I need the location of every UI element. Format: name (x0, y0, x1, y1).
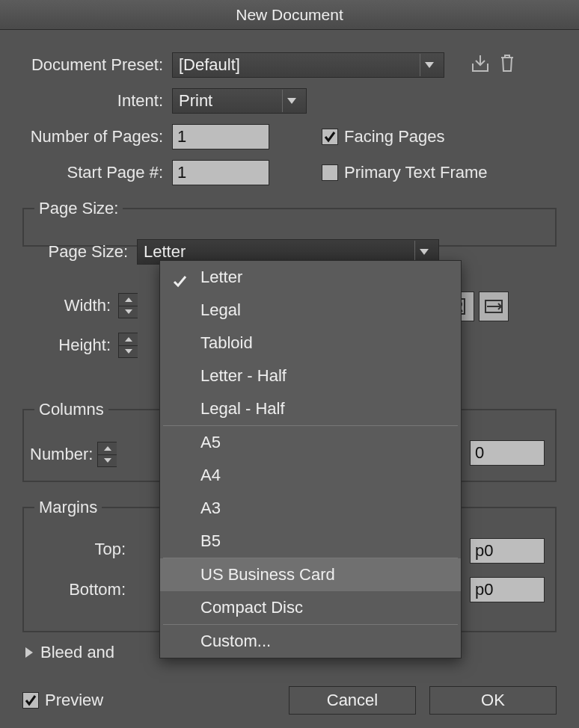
preview-checkbox[interactable] (22, 692, 39, 709)
svg-marker-2 (420, 249, 429, 255)
preview-label: Preview (45, 691, 103, 710)
menu-item-legal-half[interactable]: Legal - Half (160, 392, 461, 425)
columns-number-stepper[interactable] (97, 442, 117, 467)
svg-marker-1 (287, 98, 296, 104)
menu-item-us-business-card[interactable]: US Business Card (160, 558, 461, 591)
menu-item-legal[interactable]: Legal (160, 294, 461, 327)
menu-item-b5[interactable]: B5 (160, 525, 461, 558)
facing-pages-checkbox[interactable] (322, 129, 338, 145)
svg-marker-3 (125, 297, 132, 302)
document-preset-label: Document Preset: (22, 55, 172, 75)
page-size-value: Letter (144, 242, 186, 262)
menu-item-a5[interactable]: A5 (160, 426, 461, 459)
disclosure-triangle-icon[interactable] (25, 643, 40, 662)
trash-icon[interactable] (498, 53, 516, 77)
facing-pages-label: Facing Pages (344, 127, 445, 146)
menu-item-custom[interactable]: Custom... (160, 625, 461, 658)
page-size-label: Page Size: (45, 242, 137, 262)
page-size-menu: Letter Legal Tabloid Letter - Half Legal… (159, 260, 462, 658)
svg-marker-12 (25, 647, 33, 658)
width-label: Width: (55, 296, 118, 315)
start-page-label: Start Page #: (22, 163, 172, 182)
document-preset-value: [Default] (179, 55, 240, 75)
width-stepper[interactable] (118, 293, 138, 318)
height-stepper[interactable] (118, 333, 138, 358)
margins-legend: Margins (34, 498, 102, 517)
save-preset-icon[interactable] (470, 53, 491, 77)
ok-button[interactable]: OK (429, 686, 557, 715)
dialog-title: New Document (0, 0, 579, 30)
menu-item-letter[interactable]: Letter (160, 261, 461, 294)
margin-inside-input[interactable]: p0 (470, 538, 545, 564)
chevron-down-icon (420, 54, 438, 76)
primary-text-frame-label: Primary Text Frame (344, 163, 488, 182)
menu-item-a4[interactable]: A4 (160, 459, 461, 492)
menu-item-tabloid[interactable]: Tabloid (160, 327, 461, 360)
height-label: Height: (48, 336, 118, 355)
svg-marker-11 (104, 458, 111, 463)
page-size-legend: Page Size: (34, 199, 123, 218)
margin-outside-input[interactable]: p0 (470, 577, 545, 602)
svg-marker-10 (104, 446, 111, 451)
intent-value: Print (179, 91, 212, 111)
intent-dropdown[interactable]: Print (172, 88, 307, 114)
menu-item-compact-disc[interactable]: Compact Disc (160, 591, 461, 624)
columns-number-label: Number: (30, 445, 97, 464)
document-preset-dropdown[interactable]: [Default] (172, 52, 444, 78)
svg-marker-5 (125, 337, 132, 342)
number-of-pages-input[interactable]: 1 (172, 124, 269, 149)
menu-item-a3[interactable]: A3 (160, 492, 461, 525)
margin-bottom-label: Bottom: (60, 580, 132, 599)
number-of-pages-label: Number of Pages: (22, 127, 172, 146)
svg-marker-0 (425, 62, 434, 68)
start-page-input[interactable]: 1 (172, 160, 269, 185)
cancel-button[interactable]: Cancel (289, 686, 416, 715)
svg-marker-4 (125, 309, 132, 314)
menu-item-letter-half[interactable]: Letter - Half (160, 360, 461, 392)
dialog-body: Document Preset: [Default] Intent: Print… (0, 30, 579, 728)
bleed-slug-label: Bleed and (40, 643, 114, 662)
orientation-landscape-button[interactable] (479, 291, 509, 321)
margin-top-label: Top: (91, 540, 132, 559)
columns-legend: Columns (34, 400, 108, 419)
primary-text-frame-checkbox[interactable] (322, 164, 338, 181)
columns-gutter-input[interactable]: 0 (470, 440, 545, 466)
chevron-down-icon (282, 90, 300, 112)
svg-marker-6 (125, 349, 132, 354)
intent-label: Intent: (22, 91, 172, 111)
